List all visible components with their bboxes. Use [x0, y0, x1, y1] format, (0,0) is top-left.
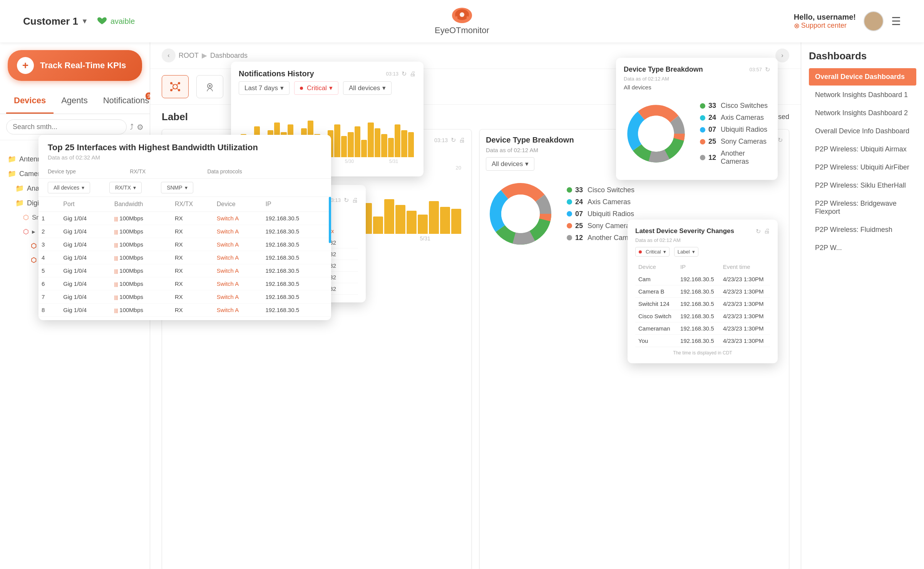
- bw-icon: |||: [114, 269, 118, 274]
- chart-bar: [388, 138, 394, 157]
- bw-icon: |||: [114, 242, 118, 248]
- info-chevron: ▾: [692, 249, 695, 255]
- breakdown-refresh-icon[interactable]: ↻: [778, 136, 783, 144]
- breakdown-float-header: Device Type Breakdown 03:57 ↻: [624, 65, 770, 74]
- svg-point-2: [460, 12, 464, 17]
- notif-float-refresh[interactable]: ↻: [402, 70, 407, 77]
- notif-float-ts: 03:13: [386, 71, 398, 77]
- app-container: Customer 1 ▼ avaible EyeOTmonitor: [0, 0, 924, 569]
- bandwidth-float-card: Top 25 Interfaces with Highest Bandwidth…: [38, 135, 331, 320]
- breakdown-float-refresh[interactable]: ↻: [765, 66, 770, 73]
- chart-bar: [401, 130, 407, 157]
- panel-item-8[interactable]: P2P Wireless: Fluidmesh: [809, 221, 916, 238]
- notif-float-title: Notifications History: [239, 69, 314, 78]
- panel-item-1[interactable]: Network Insights Dashboard 1: [809, 86, 916, 104]
- donut-chart-main: [486, 179, 555, 248]
- downtime-print[interactable]: 🖨: [352, 197, 358, 204]
- chart-bar: [348, 132, 353, 157]
- scroll-indicator: [329, 197, 331, 243]
- device-link[interactable]: Switch A: [217, 215, 239, 222]
- tab-agents[interactable]: Agents: [54, 89, 95, 114]
- status-text: avaible: [110, 17, 135, 26]
- support-icon: ⊗: [794, 22, 800, 30]
- severity-print[interactable]: 🖨: [764, 228, 770, 235]
- sev-chevron: ▾: [663, 249, 666, 255]
- bandwidth-filter-labels: Device type RX/TX Data protocols: [38, 164, 331, 179]
- dash-title: Label: [162, 111, 188, 123]
- notif-float-alldev[interactable]: All devices▾: [343, 81, 392, 95]
- panel-item-5[interactable]: P2P Wireless: Ubiquiti AirFiber: [809, 159, 916, 176]
- nav-left: Customer 1 ▼ avaible: [23, 15, 135, 27]
- breakdown-filter-devices[interactable]: All devices ▾: [486, 157, 534, 171]
- settings-icon[interactable]: ⚙: [137, 123, 144, 132]
- fl-another: 12 Another Cameras: [700, 149, 770, 166]
- severity-info-filter[interactable]: Label ▾: [674, 247, 698, 257]
- fl-sony: 25 Sony Cameras: [700, 138, 770, 146]
- device-link[interactable]: Switch A: [217, 267, 239, 274]
- panel-item-7[interactable]: P2P Wireless: Bridgewave Flexport: [809, 195, 916, 220]
- legend-ubiquiti: 07 Ubiquiti Radios: [567, 210, 642, 218]
- notif-float-filters: Last 7 days▾ Critical▾ All devices▾: [239, 81, 416, 95]
- chart-bar: [381, 134, 387, 157]
- panel-item-9[interactable]: P2P W...: [809, 239, 916, 257]
- nav-back-icon[interactable]: ‹: [162, 49, 176, 62]
- hamburger-menu[interactable]: ☰: [891, 15, 901, 28]
- panel-item-0[interactable]: Overall Device Dashboards: [809, 68, 916, 86]
- tab-notifications[interactable]: Notifications 99+: [95, 89, 157, 114]
- tab-devices[interactable]: Devices: [6, 89, 54, 114]
- http-icon-1: ⬡: [31, 242, 37, 250]
- export-icon[interactable]: ⤴: [130, 123, 134, 132]
- device-link[interactable]: Switch A: [217, 307, 239, 313]
- notif-float-period[interactable]: Last 7 days▾: [239, 81, 290, 95]
- fl-another-dot: [700, 155, 705, 160]
- cta-banner[interactable]: + Track Real-Time KPIs: [8, 50, 142, 81]
- notif-print-icon[interactable]: 🖨: [459, 137, 465, 144]
- device-link[interactable]: Switch A: [217, 228, 239, 235]
- v3: ▾: [382, 84, 386, 92]
- panel-item-4[interactable]: P2P Wireless: Ubiquiti Airmax: [809, 141, 916, 158]
- severity-sev-filter[interactable]: Critical ▾: [635, 247, 670, 257]
- notif-float-severity[interactable]: Critical▾: [294, 81, 338, 95]
- bw-protocol-filter[interactable]: SNMP ▾: [161, 182, 193, 193]
- fl-cisco: 33 Cisco Switches: [700, 102, 770, 110]
- notif-refresh-icon[interactable]: ↻: [451, 136, 456, 144]
- device-link[interactable]: Switch A: [217, 294, 239, 300]
- map-icon-btn[interactable]: [196, 75, 223, 98]
- downtime-refresh[interactable]: ↻: [344, 196, 349, 204]
- bw-rxtx-filter[interactable]: RX/TX ▾: [109, 182, 142, 193]
- panel-item-3[interactable]: Overall Device Info Dashboard: [809, 123, 916, 140]
- support-link[interactable]: ⊗ Support center: [794, 22, 856, 30]
- notif-float-print[interactable]: 🖨: [410, 70, 416, 77]
- bandwidth-thead: Port Bandwidth RX/TX Device IP: [38, 197, 331, 212]
- bw-icon: |||: [114, 282, 118, 287]
- breadcrumb-root: ROOT: [179, 52, 199, 60]
- search-input[interactable]: [6, 119, 127, 134]
- severity-refresh[interactable]: ↻: [756, 228, 761, 235]
- device-link[interactable]: Switch A: [217, 254, 239, 261]
- severity-filters: Critical ▾ Label ▾: [635, 247, 770, 257]
- breakdown-float-actions: 03:57 ↻: [749, 66, 770, 73]
- device-link[interactable]: Switch A: [217, 241, 239, 248]
- customer-name: Customer 1: [23, 15, 78, 27]
- legend-cisco: 33 Cisco Switches: [567, 186, 642, 194]
- bandwidth-table-wrapper: Port Bandwidth RX/TX Device IP 1 Gig 1/0…: [38, 197, 331, 320]
- severity-header: Latest Device Severity Changes ↻ 🖨: [635, 227, 770, 235]
- topology-icon-btn[interactable]: [162, 75, 189, 98]
- svg-rect-3: [456, 16, 457, 20]
- device-link[interactable]: Switch A: [217, 280, 239, 287]
- bw-icon: |||: [114, 216, 118, 222]
- bw-icon: |||: [114, 308, 118, 313]
- logo-icon: [450, 7, 474, 24]
- fl-cisco-dot: [700, 103, 705, 109]
- chart-bar: [418, 215, 428, 234]
- customer-selector[interactable]: Customer 1 ▼: [23, 15, 88, 27]
- device-link[interactable]: Switch A: [217, 320, 239, 320]
- app-logo: EyeOTmonitor: [435, 7, 489, 35]
- chart-bar: [395, 205, 405, 234]
- panel-item-2[interactable]: Network Insights Dashboard 2: [809, 104, 916, 122]
- search-icons: ⤴ ⚙: [130, 123, 144, 132]
- nav-forward-icon[interactable]: ›: [775, 49, 789, 62]
- panel-item-6[interactable]: P2P Wireless: Siklu EtherHall: [809, 177, 916, 194]
- chart-bar: [375, 128, 380, 157]
- bw-device-filter[interactable]: All devices ▾: [48, 182, 90, 193]
